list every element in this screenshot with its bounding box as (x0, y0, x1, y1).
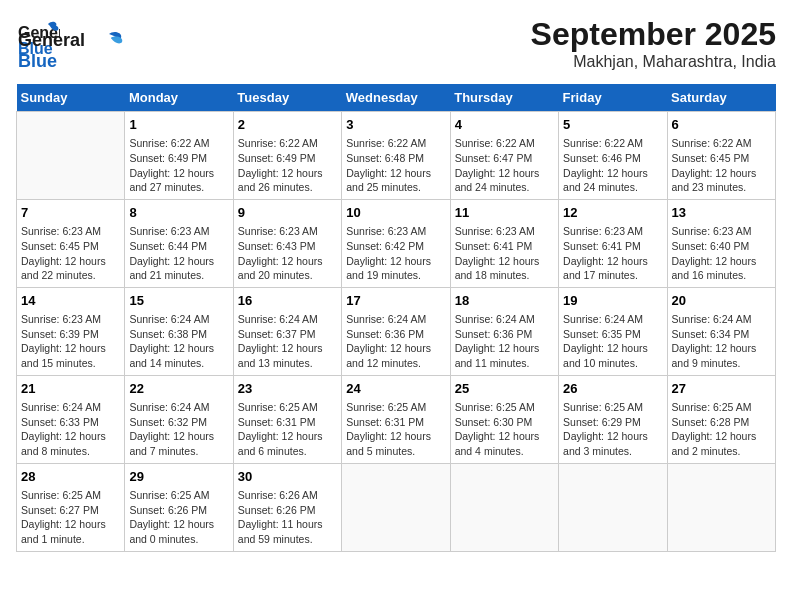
calendar-cell: 2Sunrise: 6:22 AM Sunset: 6:49 PM Daylig… (233, 112, 341, 200)
day-number: 20 (672, 292, 771, 310)
week-row-5: 28Sunrise: 6:25 AM Sunset: 6:27 PM Dayli… (17, 463, 776, 551)
logo: General Blue General Blue (16, 16, 125, 72)
calendar-cell (559, 463, 667, 551)
day-number: 14 (21, 292, 120, 310)
calendar-cell: 9Sunrise: 6:23 AM Sunset: 6:43 PM Daylig… (233, 199, 341, 287)
calendar-cell: 18Sunrise: 6:24 AM Sunset: 6:36 PM Dayli… (450, 287, 558, 375)
calendar-cell: 23Sunrise: 6:25 AM Sunset: 6:31 PM Dayli… (233, 375, 341, 463)
calendar-cell: 29Sunrise: 6:25 AM Sunset: 6:26 PM Dayli… (125, 463, 233, 551)
day-number: 24 (346, 380, 445, 398)
calendar-cell: 27Sunrise: 6:25 AM Sunset: 6:28 PM Dayli… (667, 375, 775, 463)
day-info: Sunrise: 6:24 AM Sunset: 6:36 PM Dayligh… (455, 312, 554, 371)
day-number: 29 (129, 468, 228, 486)
day-info: Sunrise: 6:25 AM Sunset: 6:28 PM Dayligh… (672, 400, 771, 459)
calendar-cell: 13Sunrise: 6:23 AM Sunset: 6:40 PM Dayli… (667, 199, 775, 287)
day-number: 28 (21, 468, 120, 486)
day-number: 25 (455, 380, 554, 398)
day-info: Sunrise: 6:25 AM Sunset: 6:29 PM Dayligh… (563, 400, 662, 459)
header-day-friday: Friday (559, 84, 667, 112)
day-info: Sunrise: 6:23 AM Sunset: 6:41 PM Dayligh… (455, 224, 554, 283)
calendar-table: SundayMondayTuesdayWednesdayThursdayFrid… (16, 84, 776, 552)
day-number: 26 (563, 380, 662, 398)
day-number: 22 (129, 380, 228, 398)
day-info: Sunrise: 6:22 AM Sunset: 6:45 PM Dayligh… (672, 136, 771, 195)
week-row-1: 1Sunrise: 6:22 AM Sunset: 6:49 PM Daylig… (17, 112, 776, 200)
calendar-cell: 17Sunrise: 6:24 AM Sunset: 6:36 PM Dayli… (342, 287, 450, 375)
calendar-cell: 28Sunrise: 6:25 AM Sunset: 6:27 PM Dayli… (17, 463, 125, 551)
day-info: Sunrise: 6:25 AM Sunset: 6:26 PM Dayligh… (129, 488, 228, 547)
day-number: 6 (672, 116, 771, 134)
header-day-saturday: Saturday (667, 84, 775, 112)
day-number: 11 (455, 204, 554, 222)
day-info: Sunrise: 6:23 AM Sunset: 6:45 PM Dayligh… (21, 224, 120, 283)
day-number: 18 (455, 292, 554, 310)
day-info: Sunrise: 6:24 AM Sunset: 6:38 PM Dayligh… (129, 312, 228, 371)
logo-blue: Blue (18, 51, 57, 71)
day-number: 5 (563, 116, 662, 134)
week-row-3: 14Sunrise: 6:23 AM Sunset: 6:39 PM Dayli… (17, 287, 776, 375)
calendar-cell: 10Sunrise: 6:23 AM Sunset: 6:42 PM Dayli… (342, 199, 450, 287)
day-info: Sunrise: 6:23 AM Sunset: 6:41 PM Dayligh… (563, 224, 662, 283)
logo-general: General (18, 30, 85, 50)
day-info: Sunrise: 6:22 AM Sunset: 6:47 PM Dayligh… (455, 136, 554, 195)
calendar-cell (17, 112, 125, 200)
calendar-header-row: SundayMondayTuesdayWednesdayThursdayFrid… (17, 84, 776, 112)
calendar-cell (450, 463, 558, 551)
day-info: Sunrise: 6:23 AM Sunset: 6:40 PM Dayligh… (672, 224, 771, 283)
calendar-cell: 8Sunrise: 6:23 AM Sunset: 6:44 PM Daylig… (125, 199, 233, 287)
day-info: Sunrise: 6:24 AM Sunset: 6:32 PM Dayligh… (129, 400, 228, 459)
day-number: 21 (21, 380, 120, 398)
day-number: 8 (129, 204, 228, 222)
week-row-2: 7Sunrise: 6:23 AM Sunset: 6:45 PM Daylig… (17, 199, 776, 287)
day-number: 23 (238, 380, 337, 398)
header-day-tuesday: Tuesday (233, 84, 341, 112)
day-info: Sunrise: 6:24 AM Sunset: 6:33 PM Dayligh… (21, 400, 120, 459)
calendar-cell: 12Sunrise: 6:23 AM Sunset: 6:41 PM Dayli… (559, 199, 667, 287)
calendar-cell (342, 463, 450, 551)
day-number: 17 (346, 292, 445, 310)
day-info: Sunrise: 6:23 AM Sunset: 6:43 PM Dayligh… (238, 224, 337, 283)
header-day-wednesday: Wednesday (342, 84, 450, 112)
day-info: Sunrise: 6:25 AM Sunset: 6:31 PM Dayligh… (346, 400, 445, 459)
day-number: 3 (346, 116, 445, 134)
day-number: 2 (238, 116, 337, 134)
calendar-cell: 1Sunrise: 6:22 AM Sunset: 6:49 PM Daylig… (125, 112, 233, 200)
day-info: Sunrise: 6:22 AM Sunset: 6:48 PM Dayligh… (346, 136, 445, 195)
sub-title: Makhjan, Maharashtra, India (531, 53, 776, 71)
day-info: Sunrise: 6:23 AM Sunset: 6:39 PM Dayligh… (21, 312, 120, 371)
day-number: 13 (672, 204, 771, 222)
day-number: 7 (21, 204, 120, 222)
day-info: Sunrise: 6:24 AM Sunset: 6:36 PM Dayligh… (346, 312, 445, 371)
header: General Blue General Blue September 2025… (16, 16, 776, 72)
calendar-cell: 20Sunrise: 6:24 AM Sunset: 6:34 PM Dayli… (667, 287, 775, 375)
day-number: 27 (672, 380, 771, 398)
day-number: 30 (238, 468, 337, 486)
day-info: Sunrise: 6:22 AM Sunset: 6:49 PM Dayligh… (129, 136, 228, 195)
day-number: 4 (455, 116, 554, 134)
week-row-4: 21Sunrise: 6:24 AM Sunset: 6:33 PM Dayli… (17, 375, 776, 463)
header-day-monday: Monday (125, 84, 233, 112)
calendar-cell: 7Sunrise: 6:23 AM Sunset: 6:45 PM Daylig… (17, 199, 125, 287)
calendar-cell: 3Sunrise: 6:22 AM Sunset: 6:48 PM Daylig… (342, 112, 450, 200)
calendar-cell: 26Sunrise: 6:25 AM Sunset: 6:29 PM Dayli… (559, 375, 667, 463)
day-number: 12 (563, 204, 662, 222)
calendar-cell: 15Sunrise: 6:24 AM Sunset: 6:38 PM Dayli… (125, 287, 233, 375)
day-number: 16 (238, 292, 337, 310)
day-info: Sunrise: 6:22 AM Sunset: 6:49 PM Dayligh… (238, 136, 337, 195)
day-info: Sunrise: 6:25 AM Sunset: 6:31 PM Dayligh… (238, 400, 337, 459)
calendar-cell: 25Sunrise: 6:25 AM Sunset: 6:30 PM Dayli… (450, 375, 558, 463)
day-info: Sunrise: 6:25 AM Sunset: 6:27 PM Dayligh… (21, 488, 120, 547)
day-number: 1 (129, 116, 228, 134)
day-info: Sunrise: 6:24 AM Sunset: 6:35 PM Dayligh… (563, 312, 662, 371)
day-info: Sunrise: 6:24 AM Sunset: 6:34 PM Dayligh… (672, 312, 771, 371)
logo-bird-icon (89, 28, 125, 64)
calendar-cell: 21Sunrise: 6:24 AM Sunset: 6:33 PM Dayli… (17, 375, 125, 463)
calendar-cell: 22Sunrise: 6:24 AM Sunset: 6:32 PM Dayli… (125, 375, 233, 463)
day-number: 9 (238, 204, 337, 222)
header-day-thursday: Thursday (450, 84, 558, 112)
main-title: September 2025 (531, 16, 776, 53)
day-info: Sunrise: 6:26 AM Sunset: 6:26 PM Dayligh… (238, 488, 337, 547)
day-info: Sunrise: 6:23 AM Sunset: 6:42 PM Dayligh… (346, 224, 445, 283)
day-info: Sunrise: 6:24 AM Sunset: 6:37 PM Dayligh… (238, 312, 337, 371)
day-number: 10 (346, 204, 445, 222)
